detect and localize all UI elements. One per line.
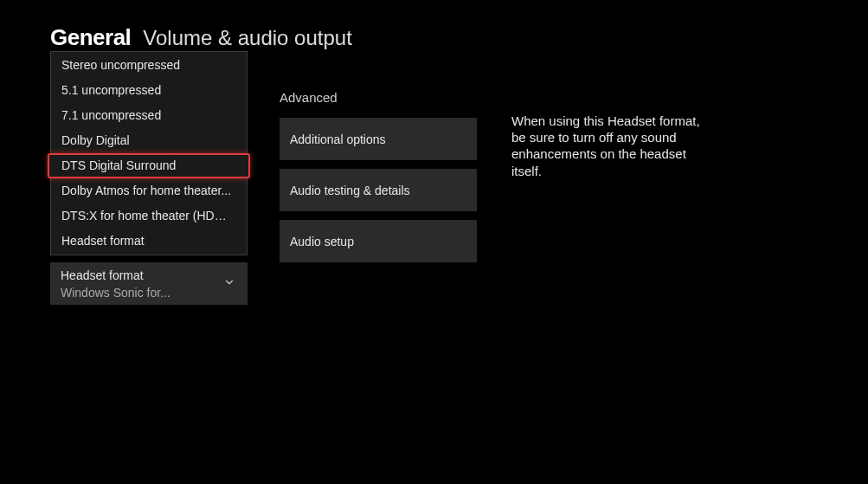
header-general: General: [50, 24, 131, 51]
dropdown-item-headset-format[interactable]: Headset format: [51, 229, 247, 254]
dropdown-item-stereo[interactable]: Stereo uncompressed: [51, 53, 247, 78]
dropdown-item-dolby-digital[interactable]: Dolby Digital: [51, 128, 247, 153]
headset-info-text: When using this Headset format, be sure …: [511, 113, 715, 179]
additional-options-button[interactable]: Additional options: [280, 118, 477, 160]
headset-format-value: Windows Sonic for...: [61, 285, 208, 300]
dropdown-item-dtsx[interactable]: DTS:X for home theater (HDMI...: [51, 203, 247, 229]
header-subtitle: Volume & audio output: [143, 26, 352, 50]
dropdown-item-71[interactable]: 7.1 uncompressed: [51, 103, 247, 128]
headset-format-title: Headset format: [61, 268, 237, 285]
advanced-label: Advanced: [280, 90, 338, 105]
page-header: General Volume & audio output: [50, 24, 352, 51]
audio-testing-details-button[interactable]: Audio testing & details: [280, 169, 477, 211]
dropdown-item-dts-digital-surround[interactable]: DTS Digital Surround: [48, 153, 250, 178]
chevron-down-icon: [223, 276, 235, 292]
dropdown-item-51[interactable]: 5.1 uncompressed: [51, 78, 247, 103]
advanced-buttons-group: Additional options Audio testing & detai…: [280, 118, 477, 262]
dropdown-item-dolby-atmos[interactable]: Dolby Atmos for home theater...: [51, 178, 247, 203]
headset-format-select[interactable]: Headset format Windows Sonic for...: [50, 262, 248, 305]
audio-setup-button[interactable]: Audio setup: [280, 220, 477, 262]
hdmi-audio-dropdown[interactable]: Stereo uncompressed 5.1 uncompressed 7.1…: [50, 51, 248, 255]
